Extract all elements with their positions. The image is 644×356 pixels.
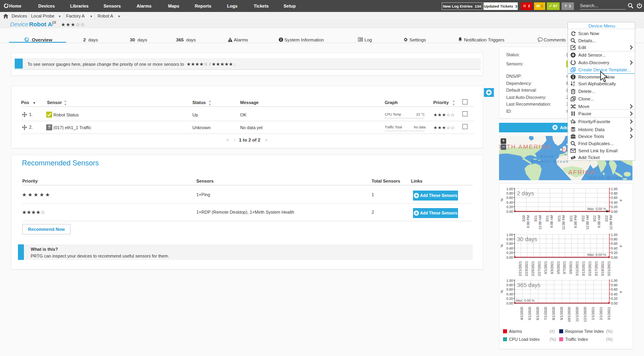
svg-text:6:00 PM: 6:00 PM — [574, 215, 577, 228]
svg-text:2/21/2021: 2/21/2021 — [518, 261, 522, 276]
svg-text:3/21: 3/21 — [557, 215, 561, 222]
svg-text:3/1/2021: 3/1/2021 — [544, 261, 548, 274]
svg-text:%: % — [500, 198, 504, 201]
svg-text:0.40: 0.40 — [611, 246, 618, 250]
svg-text:0.80: 0.80 — [611, 237, 618, 241]
svg-text:12:00 AM: 12:00 AM — [538, 215, 542, 230]
svg-text:0.60: 0.60 — [611, 287, 618, 291]
svg-text:0.00: 0.00 — [506, 301, 513, 305]
svg-text:Response Time Index: Response Time Index — [565, 329, 604, 334]
svg-text:Max: 0.00 %: Max: 0.00 % — [516, 299, 535, 303]
svg-text:0.00: 0.00 — [611, 210, 618, 214]
svg-text:0.80: 0.80 — [611, 283, 618, 287]
svg-text:0.20: 0.20 — [611, 251, 618, 255]
svg-text:#: # — [619, 199, 623, 201]
svg-text:3/15/2021: 3/15/2021 — [588, 261, 592, 276]
svg-text:6:00 PM: 6:00 PM — [526, 215, 530, 228]
svg-text:3/13/2021: 3/13/2021 — [581, 261, 585, 276]
svg-text:3/3/2021: 3/3/2021 — [550, 261, 554, 274]
svg-text:0.40: 0.40 — [506, 201, 513, 205]
svg-text:2 days: 2 days — [517, 190, 534, 197]
svg-text:3/21: 3/21 — [569, 215, 573, 222]
svg-text:0.20: 0.20 — [506, 297, 513, 301]
svg-text:0.00: 0.00 — [611, 256, 618, 260]
svg-text:%: % — [500, 244, 504, 247]
svg-text:0.40: 0.40 — [611, 201, 618, 205]
svg-text:6:00 AM: 6:00 AM — [597, 215, 601, 228]
svg-text:%: % — [500, 290, 504, 293]
svg-text:1.00: 1.00 — [611, 187, 618, 191]
svg-text:12/1/2020: 12/1/2020 — [583, 307, 587, 322]
svg-text:5/1/2020: 5/1/2020 — [528, 307, 532, 320]
svg-text:2/23/2021: 2/23/2021 — [525, 261, 529, 276]
svg-text:A: A — [573, 81, 575, 84]
svg-text:#: # — [619, 291, 623, 293]
svg-text:3/7/2021: 3/7/2021 — [562, 261, 566, 274]
svg-text:0.60: 0.60 — [611, 196, 618, 200]
svg-text:North: North — [540, 154, 554, 159]
svg-text:3/17/2021: 3/17/2021 — [594, 261, 598, 276]
svg-text:10/1/2020: 10/1/2020 — [567, 307, 571, 322]
svg-text:3/11/2021: 3/11/2021 — [575, 261, 579, 276]
svg-text:NORTH AMERICA: NORTH AMERICA — [499, 143, 551, 150]
svg-text:#: # — [619, 245, 623, 247]
svg-text:0.60: 0.60 — [506, 287, 513, 291]
svg-text:0.20: 0.20 — [506, 205, 513, 209]
svg-text:0.20: 0.20 — [611, 205, 618, 209]
svg-text:1.00: 1.00 — [506, 233, 513, 237]
svg-text:3/21: 3/21 — [545, 215, 549, 222]
svg-text:0.20: 0.20 — [611, 297, 618, 301]
svg-text:0.40: 0.40 — [506, 246, 513, 250]
svg-text:3/1/2021: 3/1/2021 — [607, 307, 611, 320]
svg-text:(#): (#) — [550, 329, 555, 334]
svg-text:0.40: 0.40 — [611, 292, 618, 296]
svg-text:Indian Ocean: Indian Ocean — [588, 175, 622, 180]
svg-text:(%): (%) — [606, 337, 613, 342]
svg-text:4/1/2020: 4/1/2020 — [520, 307, 524, 320]
svg-text:0.80: 0.80 — [506, 191, 513, 195]
svg-text:3/22: 3/22 — [593, 215, 597, 222]
svg-text:0.60: 0.60 — [506, 196, 513, 200]
svg-text:0.80: 0.80 — [506, 237, 513, 241]
svg-text:Max: 0.00 %: Max: 0.00 % — [587, 207, 607, 211]
svg-text:0.40: 0.40 — [506, 292, 513, 296]
svg-text:3/21/2021: 3/21/2021 — [607, 261, 611, 276]
svg-text:12:00 AM: 12:00 AM — [585, 215, 589, 230]
svg-text:12:00 PM: 12:00 PM — [562, 215, 566, 230]
svg-text:(%): (%) — [550, 337, 556, 342]
svg-text:0.60: 0.60 — [611, 242, 618, 246]
svg-text:0.00: 0.00 — [506, 256, 513, 260]
svg-text:2/27/2021: 2/27/2021 — [537, 261, 541, 276]
svg-text:365 days: 365 days — [517, 282, 540, 288]
svg-text:AFRICA: AFRICA — [568, 169, 595, 175]
svg-text:2/1/2021: 2/1/2021 — [599, 307, 603, 320]
svg-text:3/5/2021: 3/5/2021 — [556, 261, 560, 274]
svg-text:12:00 PM: 12:00 PM — [609, 215, 613, 230]
svg-text:Atlantic Ocean: Atlantic Ocean — [530, 159, 569, 163]
svg-text:3/22: 3/22 — [581, 215, 585, 222]
svg-text:3/19/2021: 3/19/2021 — [601, 261, 605, 276]
svg-text:0.00: 0.00 — [506, 210, 513, 214]
svg-text:6:00 AM: 6:00 AM — [550, 215, 554, 228]
svg-text:Z: Z — [573, 84, 575, 87]
svg-text:3/20: 3/20 — [522, 215, 526, 222]
svg-text:1/1/2021: 1/1/2021 — [591, 307, 595, 320]
svg-text:0.00: 0.00 — [611, 301, 618, 305]
svg-text:6/1/2020: 6/1/2020 — [536, 307, 540, 320]
svg-text:11/1/2020: 11/1/2020 — [575, 307, 579, 322]
svg-text:(%): (%) — [606, 329, 613, 334]
svg-text:0.80: 0.80 — [611, 191, 618, 195]
svg-text:9/1/2020: 9/1/2020 — [560, 307, 564, 320]
svg-text:0.20: 0.20 — [506, 251, 513, 255]
svg-text:3/9/2021: 3/9/2021 — [569, 261, 573, 274]
svg-text:Max: 0.00 %: Max: 0.00 % — [587, 253, 607, 257]
svg-text:CPU Load Index: CPU Load Index — [509, 337, 540, 342]
svg-text:1.00: 1.00 — [611, 279, 618, 283]
svg-text:1.00: 1.00 — [506, 279, 513, 283]
svg-text:3/22: 3/22 — [605, 215, 609, 222]
svg-text:0.60: 0.60 — [506, 242, 513, 246]
svg-text:0.80: 0.80 — [506, 283, 513, 287]
svg-text:Alarms: Alarms — [509, 329, 522, 334]
svg-text:1.00: 1.00 — [506, 187, 513, 191]
svg-text:30 days: 30 days — [517, 236, 537, 242]
